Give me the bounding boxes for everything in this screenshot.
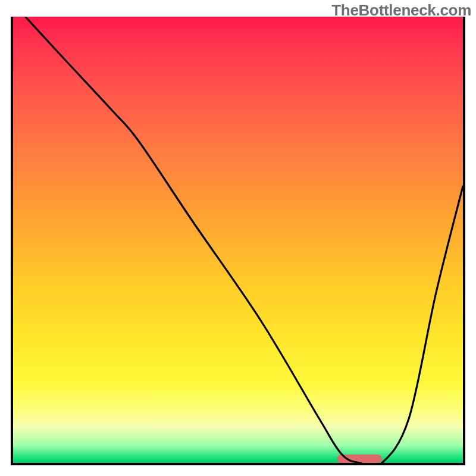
chart-overlay (13, 17, 463, 463)
plot-area (11, 17, 465, 465)
chart-container: TheBottleneck.com (0, 0, 476, 476)
bottleneck-curve (13, 17, 463, 463)
